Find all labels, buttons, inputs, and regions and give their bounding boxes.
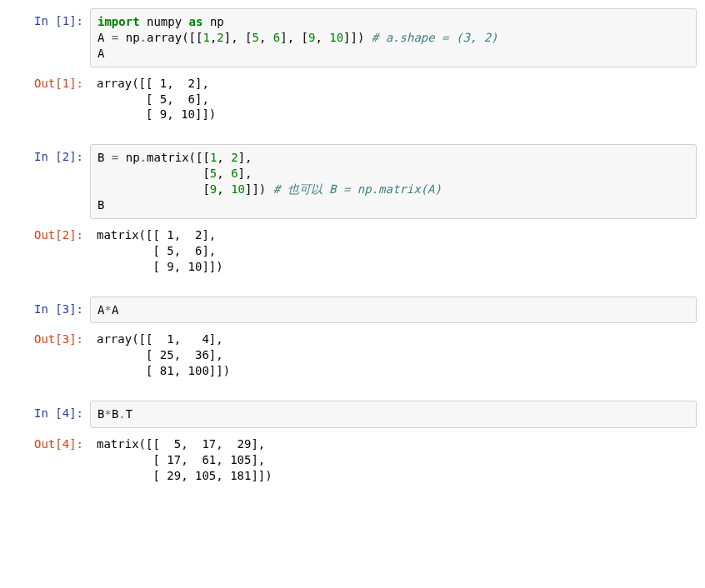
code-text: B*B.T [98,406,689,422]
output-text: array([[ 1, 2], [ 5, 6], [ 9, 10]]) [97,76,690,123]
notebook-cell-1: In [1]: import numpy as np A = np.array(… [8,8,697,127]
code-output: array([[ 1, 2], [ 5, 6], [ 9, 10]]) [90,71,697,128]
output-text: matrix([[ 5, 17, 29], [ 17, 61, 105], [ … [97,436,690,484]
output-row: Out[2]: matrix([[ 1, 2], [ 5, 6], [ 9, 1… [8,222,697,280]
code-input[interactable]: A*A [90,296,697,324]
input-row: In [2]: B = np.matrix([[1, 2], [5, 6], [… [8,144,697,219]
notebook-cell-4: In [4]: B*B.T Out[4]: matrix([[ 5, 17, 2… [8,401,697,489]
code-output: matrix([[ 5, 17, 29], [ 17, 61, 105], [ … [90,431,697,489]
input-prompt: In [3]: [8,296,90,322]
code-input[interactable]: B*B.T [90,401,697,428]
output-row: Out[3]: array([[ 1, 4], [ 25, 36], [ 81,… [8,326,697,384]
code-input[interactable]: import numpy as np A = np.array([[1,2], … [90,8,697,67]
output-prompt: Out[4]: [8,431,90,457]
input-prompt: In [1]: [8,8,90,34]
output-row: Out[1]: array([[ 1, 2], [ 5, 6], [ 9, 10… [8,71,697,128]
code-text: A*A [98,302,689,318]
code-text: B = np.matrix([[1, 2], [5, 6], [9, 10]])… [98,150,689,213]
input-row: In [1]: import numpy as np A = np.array(… [8,8,697,67]
output-text: array([[ 1, 4], [ 25, 36], [ 81, 100]]) [97,331,690,379]
output-prompt: Out[3]: [8,326,90,352]
code-text: import numpy as np A = np.array([[1,2], … [98,14,689,62]
output-row: Out[4]: matrix([[ 5, 17, 29], [ 17, 61, … [8,431,697,489]
code-output: array([[ 1, 4], [ 25, 36], [ 81, 100]]) [90,326,697,384]
output-prompt: Out[1]: [8,71,90,97]
notebook-cell-2: In [2]: B = np.matrix([[1, 2], [5, 6], [… [8,144,697,279]
notebook-cell-3: In [3]: A*A Out[3]: array([[ 1, 4], [ 25… [8,296,697,385]
input-row: In [3]: A*A [8,296,697,324]
input-row: In [4]: B*B.T [8,401,697,428]
code-output: matrix([[ 1, 2], [ 5, 6], [ 9, 10]]) [90,222,697,280]
output-text: matrix([[ 1, 2], [ 5, 6], [ 9, 10]]) [97,227,690,275]
output-prompt: Out[2]: [8,222,90,248]
input-prompt: In [2]: [8,144,90,170]
code-input[interactable]: B = np.matrix([[1, 2], [5, 6], [9, 10]])… [90,144,697,219]
input-prompt: In [4]: [8,401,90,426]
